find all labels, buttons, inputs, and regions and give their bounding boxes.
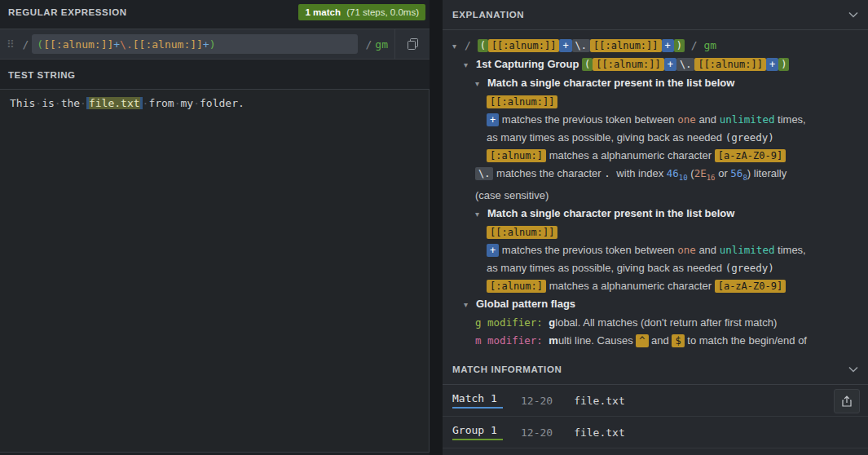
copy-button[interactable] [394, 29, 430, 59]
test-word: my [181, 97, 194, 109]
regex-token-plus: + [113, 38, 120, 51]
regular-expression-title: REGULAR EXPRESSION [8, 7, 127, 17]
seg-paren: ) [778, 58, 789, 71]
seg-cc: [:alnum:] [487, 280, 546, 293]
match-info-title: MATCH INFORMATION [452, 364, 562, 374]
seg-cc: $ [672, 334, 684, 347]
match-value: file.txt [574, 395, 625, 407]
explanation-line: [:alnum:] matches a alphanumeric charact… [452, 147, 858, 165]
test-word: from [148, 97, 174, 109]
match-info-header[interactable]: MATCH INFORMATION [443, 355, 868, 385]
explanation-line: [:alnum:] matches a alphanumeric charact… [452, 277, 858, 295]
seg-esc: \. [475, 167, 493, 180]
seg-cc: [[:alnum:]] [590, 39, 661, 52]
explanation-line: [[:alnum:]] [452, 223, 858, 241]
seg-mono: (greedy) [725, 131, 774, 144]
explanation-line: g modifier: global. All matches (don't r… [452, 314, 858, 332]
test-word: This [10, 97, 35, 109]
regex-token-paren: ( [37, 38, 43, 51]
regex-flags[interactable]: gm [375, 38, 394, 51]
seg-text: ) literally [747, 167, 786, 179]
explanation-line: + matches the previous token between one… [452, 241, 858, 259]
seg-cc: [a-zA-Z0-9] [715, 280, 786, 293]
test-word: the [61, 97, 80, 109]
match-highlight: file.txt [89, 97, 140, 109]
right-panel: EXPLANATION ▾/ ([[:alnum:]]+\.[[:alnum:]… [443, 0, 868, 455]
seg-delim: / [465, 39, 478, 51]
explanation-line: (case sensitive) [452, 187, 858, 205]
test-word: folder. [200, 97, 245, 109]
chevron-down-icon[interactable] [848, 366, 858, 373]
seg-plus: + [766, 58, 778, 71]
whitespace-dot: · [174, 97, 181, 109]
regex-input-bar[interactable]: ⠿ / ([[:alnum:]]+\.[[:alnum:]]+) / gm [0, 29, 430, 60]
test-string-line: This·is·the·file.txt·from·my·folder. [10, 97, 419, 109]
seg-text: and [696, 244, 720, 256]
export-icon [841, 395, 853, 408]
test-string-editor[interactable]: This·is·the·file.txt·from·my·folder. [0, 89, 430, 453]
tree-chevron-icon[interactable]: ▾ [464, 296, 476, 314]
explanation-line: ▾1st Capturing Group ([[:alnum:]]+\.[[:a… [452, 55, 858, 74]
seg-text: matches the character [493, 167, 604, 179]
match-row[interactable]: Group 112-20file.txt [443, 417, 868, 448]
regex-token-paren: ) [209, 38, 216, 51]
seg-text: with index [616, 167, 666, 179]
seg-text: times, [774, 113, 805, 126]
seg-text: ( [688, 167, 694, 179]
regex-pattern[interactable]: ([[:alnum:]]+\.[[:alnum:]]+) [32, 34, 357, 54]
seg-b: Match a single character present in the … [487, 207, 734, 219]
explanation-line: m modifier: multi line. Causes ^ and $ t… [452, 332, 858, 350]
tree-chevron-icon[interactable]: ▾ [475, 205, 487, 223]
seg-mono: . [604, 167, 616, 179]
test-string-title: TEST STRING [8, 70, 76, 80]
whitespace-dot: · [193, 97, 200, 109]
match-count-text: 1 match [305, 7, 340, 17]
seg-delim: / [685, 39, 703, 51]
seg-plus: + [487, 113, 499, 126]
seg-cc: ^ [636, 334, 648, 347]
seg-orange: 2E16 [694, 167, 716, 179]
regex-token-esc: \. [120, 38, 133, 51]
seg-teal: unlimited [720, 113, 775, 126]
tree-chevron-icon[interactable]: ▾ [464, 56, 476, 74]
match-label[interactable]: Match 1 [452, 392, 503, 409]
tree-chevron-icon[interactable]: ▾ [452, 38, 465, 55]
seg-cc: [a-zA-Z0-9] [715, 149, 786, 162]
explanation-line: ▾/ ([[:alnum:]]+\.[[:alnum:]]+) / gm [452, 37, 858, 55]
tree-chevron-icon[interactable]: ▾ [475, 75, 487, 93]
explanation-line: + matches the previous token between one… [452, 111, 858, 129]
seg-flags: gm [704, 39, 717, 51]
seg-plus: + [664, 58, 676, 71]
seg-b: 1st Capturing Group [476, 58, 582, 70]
match-value: file.txt [574, 426, 625, 439]
match-range: 12-20 [521, 426, 553, 439]
seg-text: matches a alphanumeric character [546, 280, 715, 292]
regex-token-plus: + [203, 38, 209, 51]
match-row[interactable]: Match 112-20file.txt [443, 385, 868, 417]
seg-plus: + [487, 244, 499, 257]
drag-handle-icon[interactable]: ⠿ [0, 38, 20, 51]
export-button[interactable] [834, 389, 860, 413]
seg-text: as many times as possible, giving back a… [487, 262, 725, 274]
match-table: Match 112-20file.txtGroup 112-20file.txt [443, 385, 868, 448]
seg-cc: [[:alnum:]] [593, 58, 663, 71]
match-count-badge[interactable]: 1 match (71 steps, 0.0ms) [298, 4, 425, 20]
seg-paren: ( [582, 58, 593, 71]
explanation-line: as many times as possible, giving back a… [452, 129, 858, 147]
explanation-title: EXPLANATION [452, 10, 524, 20]
seg-blue: 4610 [667, 167, 688, 179]
seg-orange: one [677, 113, 696, 126]
whitespace-dot: · [35, 97, 42, 109]
chevron-down-icon[interactable] [848, 11, 858, 18]
match-label[interactable]: Group 1 [452, 424, 503, 440]
seg-mflag: m modifier: [475, 334, 549, 347]
seg-plus: + [559, 39, 571, 52]
seg-paren: ) [674, 39, 685, 52]
explanation-header[interactable]: EXPLANATION [443, 0, 868, 30]
seg-text: ulti line. Causes [558, 334, 636, 347]
seg-text: as many times as possible, giving back a… [487, 131, 725, 144]
seg-text: and [696, 113, 720, 126]
explanation-line: \. matches the character . with index 46… [452, 165, 858, 187]
left-panel: REGULAR EXPRESSION 1 match (71 steps, 0.… [0, 0, 430, 455]
regex-delimiter-close: / [363, 38, 376, 51]
